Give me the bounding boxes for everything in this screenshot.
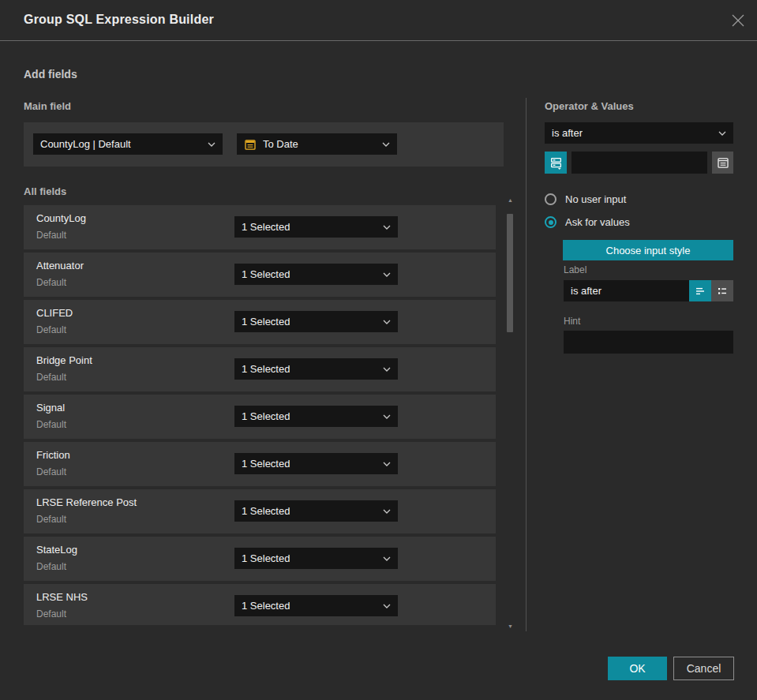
operator-dropdown-value: is after: [552, 127, 583, 139]
dialog-titlebar: Group SQL Expression Builder: [0, 0, 757, 41]
scroll-down-icon[interactable]: ▼: [506, 623, 515, 630]
radio-checked-icon: [545, 216, 557, 228]
value-list-icon: [549, 156, 563, 170]
field-row-countylog: CountyLog Default 1 Selected: [24, 205, 496, 249]
all-fields-list: CountyLog Default 1 Selected Attenuator …: [24, 205, 496, 625]
radio-ask-for-values-label: Ask for values: [565, 216, 630, 228]
single-line-style-button[interactable]: [689, 280, 711, 301]
main-field-dropdown-value: CountyLog | Default: [40, 138, 131, 150]
field-row-attenuator: Attenuator Default 1 Selected: [24, 253, 496, 297]
chevron-down-icon: [383, 272, 391, 277]
selected-count: 1 Selected: [242, 458, 290, 470]
main-field-date-value: To Date: [263, 138, 298, 150]
label-field-label: Label: [564, 264, 586, 275]
field-row-friction: Friction Default 1 Selected: [24, 442, 496, 486]
radio-unchecked-icon: [545, 193, 557, 205]
field-name: LRSE NHS: [36, 591, 88, 603]
calendar-icon: [244, 138, 257, 151]
field-row-signal: Signal Default 1 Selected: [24, 395, 496, 439]
selected-count: 1 Selected: [242, 552, 290, 564]
chevron-down-icon: [383, 556, 391, 561]
field-name: Attenuator: [36, 260, 84, 271]
field-subtitle: Default: [36, 561, 66, 572]
selected-count: 1 Selected: [242, 410, 290, 422]
chevron-down-icon: [718, 131, 726, 136]
field-subtitle: Default: [36, 466, 66, 477]
field-row-bridge-point: Bridge Point Default 1 Selected: [24, 347, 496, 391]
operator-dropdown[interactable]: is after: [545, 122, 733, 144]
field-subtitle: Default: [36, 230, 66, 241]
field-subtitle: Default: [36, 514, 66, 525]
field-name: LRSE Reference Post: [36, 496, 137, 508]
radio-no-user-input-label: No user input: [565, 193, 626, 205]
main-field-label: Main field: [24, 100, 71, 112]
field-selected-dropdown[interactable]: 1 Selected: [234, 358, 398, 380]
hint-field-label: Hint: [564, 316, 580, 327]
align-left-icon: [694, 285, 706, 298]
value-list-button[interactable]: [545, 152, 567, 174]
date-picker-button[interactable]: [712, 152, 733, 174]
hint-input[interactable]: [564, 331, 733, 354]
field-row-statelog: StateLog Default 1 Selected: [24, 537, 496, 581]
close-icon[interactable]: [730, 13, 746, 28]
field-subtitle: Default: [36, 608, 66, 620]
scroll-up-icon[interactable]: ▲: [506, 197, 515, 204]
field-selected-dropdown[interactable]: 1 Selected: [234, 264, 398, 285]
chevron-down-icon: [383, 462, 391, 466]
chevron-down-icon: [383, 320, 391, 324]
field-selected-dropdown[interactable]: 1 Selected: [234, 311, 398, 332]
selected-count: 1 Selected: [242, 505, 290, 517]
chevron-down-icon: [383, 367, 391, 372]
label-input[interactable]: [564, 280, 689, 301]
field-selected-dropdown[interactable]: 1 Selected: [234, 548, 398, 569]
ok-button[interactable]: OK: [608, 657, 667, 680]
radio-no-user-input[interactable]: No user input: [545, 193, 626, 205]
all-fields-label: All fields: [24, 185, 66, 197]
field-subtitle: Default: [36, 324, 66, 335]
field-subtitle: Default: [36, 372, 66, 383]
bulleted-list-icon: [716, 285, 729, 298]
main-field-dropdown[interactable]: CountyLog | Default: [33, 133, 223, 155]
selected-count: 1 Selected: [242, 221, 290, 233]
section-divider: [526, 98, 527, 631]
chevron-down-icon: [383, 225, 391, 230]
chevron-down-icon: [383, 604, 391, 608]
field-name: Bridge Point: [36, 354, 92, 366]
field-name: Friction: [36, 449, 70, 461]
operator-values-label: Operator & Values: [545, 100, 634, 112]
field-name: CLIFED: [36, 307, 73, 319]
field-row-lrse-reference-post: LRSE Reference Post Default 1 Selected: [24, 489, 496, 533]
field-selected-dropdown[interactable]: 1 Selected: [234, 406, 398, 427]
field-selected-dropdown[interactable]: 1 Selected: [234, 595, 398, 616]
scrollbar-thumb[interactable]: [507, 214, 513, 332]
field-subtitle: Default: [36, 419, 66, 430]
calendar-icon: [717, 156, 729, 169]
field-selected-dropdown[interactable]: 1 Selected: [234, 500, 398, 522]
selected-count: 1 Selected: [242, 316, 290, 328]
field-subtitle: Default: [36, 277, 66, 288]
cancel-button[interactable]: Cancel: [673, 657, 734, 680]
list-scrollbar: ▲ ▼: [506, 197, 515, 630]
selected-count: 1 Selected: [242, 363, 290, 375]
value-input[interactable]: [571, 152, 707, 174]
field-name: Signal: [36, 402, 65, 414]
radio-ask-for-values[interactable]: Ask for values: [545, 216, 630, 228]
field-selected-dropdown[interactable]: 1 Selected: [234, 453, 398, 474]
field-row-lrse-nhs: LRSE NHS Default 1 Selected: [24, 584, 496, 625]
main-field-panel: CountyLog | Default To Date: [24, 122, 504, 167]
field-name: CountyLog: [36, 212, 86, 224]
dialog-title: Group SQL Expression Builder: [24, 13, 214, 27]
choose-input-style-button[interactable]: Choose input style: [563, 240, 733, 260]
field-selected-dropdown[interactable]: 1 Selected: [234, 216, 398, 238]
chevron-down-icon: [208, 142, 215, 147]
field-row-clifed: CLIFED Default 1 Selected: [24, 300, 496, 344]
list-style-button[interactable]: [711, 280, 733, 301]
field-name: StateLog: [36, 544, 77, 556]
chevron-down-icon: [382, 142, 390, 147]
chevron-down-icon: [383, 414, 391, 419]
add-fields-heading: Add fields: [24, 68, 77, 80]
main-field-date-dropdown[interactable]: To Date: [237, 133, 397, 155]
chevron-down-icon: [383, 509, 391, 514]
selected-count: 1 Selected: [242, 600, 290, 612]
selected-count: 1 Selected: [242, 268, 290, 280]
